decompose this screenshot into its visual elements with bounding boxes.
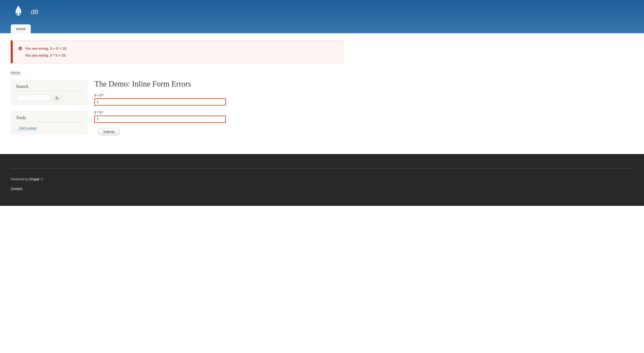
search-block: Search — [11, 80, 87, 106]
search-button[interactable] — [52, 94, 61, 101]
page-title: The Demo: Inline Form Errors — [94, 80, 343, 88]
tools-block-title: Tools — [16, 115, 82, 122]
nav-tab-home[interactable]: Home — [11, 24, 31, 33]
form-item-multiplication: 5 * 5* — [94, 111, 343, 123]
svg-point-4 — [56, 96, 57, 98]
required-mark: * — [102, 111, 103, 114]
external-link-icon — [40, 178, 43, 180]
add-content-link[interactable]: Add content — [16, 126, 36, 130]
error-text: You are wrong, 5 * 5 = 25. — [25, 53, 66, 57]
svg-line-5 — [57, 98, 58, 99]
error-message-item: You are wrong, 5 + 5 = 10. — [18, 45, 337, 52]
form-item-addition: 5 + 5* — [94, 94, 343, 106]
main-content: The Demo: Inline Form Errors 5 + 5* 5 * … — [94, 80, 343, 140]
contact-link[interactable]: Contact — [11, 187, 22, 191]
field-label: 5 + 5* — [94, 94, 343, 98]
sidebar: Search Tools Add content — [11, 80, 87, 140]
addition-input[interactable] — [94, 98, 226, 106]
main-nav: Home — [11, 24, 633, 33]
site-name: d8 — [31, 8, 38, 16]
error-text: You are wrong, 5 + 5 = 10. — [25, 46, 67, 50]
required-mark: * — [102, 94, 104, 97]
search-block-title: Search — [16, 84, 82, 91]
search-icon — [55, 96, 59, 100]
field-label: 5 * 5* — [94, 111, 343, 115]
powered-by: Powered by Drupal — [11, 177, 633, 181]
search-input[interactable] — [16, 94, 51, 101]
breadcrumb: Home — [11, 70, 343, 75]
error-message-item: You are wrong, 5 * 5 = 25. — [18, 52, 337, 59]
multiplication-input[interactable] — [94, 116, 226, 123]
error-icon — [18, 46, 22, 50]
site-header: d8 Home — [0, 0, 644, 33]
svg-point-1 — [16, 13, 18, 14]
svg-point-2 — [19, 13, 20, 14]
drupal-link[interactable]: Drupal — [30, 177, 39, 181]
error-messages: You are wrong, 5 + 5 = 10. You are wrong… — [11, 40, 343, 63]
site-footer: Powered by Drupal Contact — [0, 154, 644, 206]
drupal-logo-icon — [11, 4, 26, 20]
breadcrumb-home[interactable]: Home — [11, 70, 20, 75]
tools-block: Tools Add content — [11, 111, 87, 134]
submit-button[interactable]: Submit — [98, 128, 120, 136]
